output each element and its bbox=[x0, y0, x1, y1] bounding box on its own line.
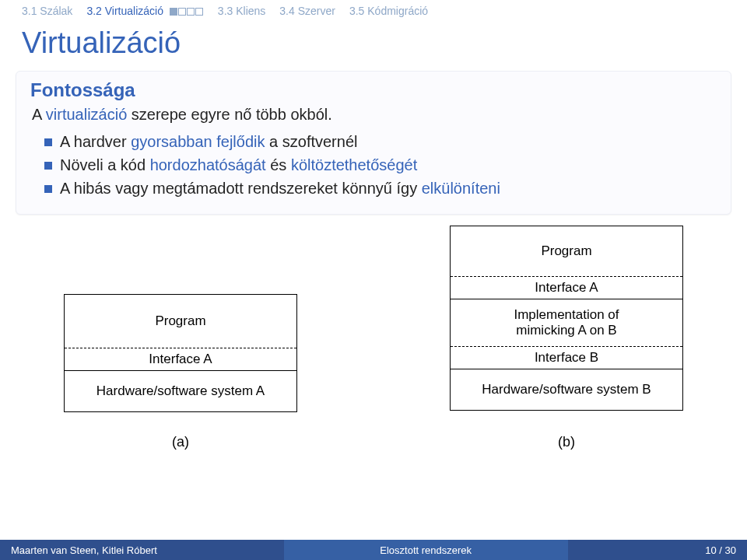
text: A hardver bbox=[60, 133, 131, 150]
stack-right: Program Interface A Implementation of mi… bbox=[450, 226, 683, 411]
nav-item[interactable]: 3.4 Szerver bbox=[279, 5, 335, 17]
footer-course: Elosztott rendszerek bbox=[284, 540, 568, 560]
section-nav: 3.1 Szálak 3.2 Virtualizáció 3.3 Kliens … bbox=[0, 0, 747, 20]
stack-cell: Interface A bbox=[451, 276, 682, 299]
bullet-item: A hardver gyorsabban fejlődik a szoftver… bbox=[44, 131, 717, 152]
stack-cell: Interface A bbox=[65, 348, 296, 370]
stack-cell: Program bbox=[65, 295, 296, 348]
stack-cell: Program bbox=[451, 226, 682, 276]
stack-cell: Hardware/software system B bbox=[451, 369, 682, 410]
text: a szoftvernél bbox=[265, 133, 358, 150]
bullet-list: A hardver gyorsabban fejlődik a szoftver… bbox=[30, 131, 717, 199]
bullet-item: Növeli a kód hordozhatóságát és költözte… bbox=[44, 155, 717, 176]
progress-box bbox=[178, 8, 186, 16]
block-heading: Fontossága bbox=[30, 79, 717, 101]
progress-box bbox=[195, 8, 203, 16]
progress-indicator bbox=[170, 8, 204, 16]
highlight-text: költöztethetőségét bbox=[291, 156, 417, 173]
text: és bbox=[266, 156, 291, 173]
stack-cell: Interface B bbox=[451, 346, 682, 369]
caption-right: (b) bbox=[450, 434, 683, 450]
stack-cell: Hardware/software system A bbox=[65, 370, 296, 411]
footer-authors: Maarten van Steen, Kitlei Róbert bbox=[0, 540, 284, 560]
text: szerepe egyre nő több okból. bbox=[127, 106, 332, 123]
text: A hibás vagy megtámadott rendszereket kö… bbox=[60, 180, 422, 197]
highlight-text: gyorsabban fejlődik bbox=[131, 133, 265, 150]
nav-item-active[interactable]: 3.2 Virtualizáció bbox=[86, 5, 203, 17]
caption-left: (a) bbox=[64, 434, 297, 450]
nav-item-label: 3.2 Virtualizáció bbox=[86, 5, 163, 17]
highlight-text: virtualizáció bbox=[46, 106, 127, 123]
slide-title: Virtualizáció bbox=[0, 20, 747, 71]
footer-page: 10 / 30 bbox=[568, 540, 747, 560]
text: A bbox=[32, 106, 46, 123]
nav-item[interactable]: 3.5 Kódmigráció bbox=[349, 5, 428, 17]
stack-cell: Implementation of mimicking A on B bbox=[451, 299, 682, 346]
bullet-item: A hibás vagy megtámadott rendszereket kö… bbox=[44, 178, 717, 199]
content-block: Fontossága A virtualizáció szerepe egyre… bbox=[16, 71, 731, 215]
progress-box-filled bbox=[170, 8, 177, 16]
text: Növeli a kód bbox=[60, 156, 150, 173]
intro-line: A virtualizáció szerepe egyre nő több ok… bbox=[32, 106, 717, 124]
nav-item[interactable]: 3.1 Szálak bbox=[22, 5, 72, 17]
highlight-text: hordozhatóságát bbox=[150, 156, 266, 173]
diagram: Program Interface A Hardware/software sy… bbox=[16, 226, 731, 471]
highlight-text: elkülöníteni bbox=[422, 180, 500, 197]
nav-item[interactable]: 3.3 Kliens bbox=[218, 5, 265, 17]
progress-box bbox=[187, 8, 195, 16]
stack-left: Program Interface A Hardware/software sy… bbox=[64, 294, 297, 412]
footer: Maarten van Steen, Kitlei Róbert Eloszto… bbox=[0, 540, 747, 560]
